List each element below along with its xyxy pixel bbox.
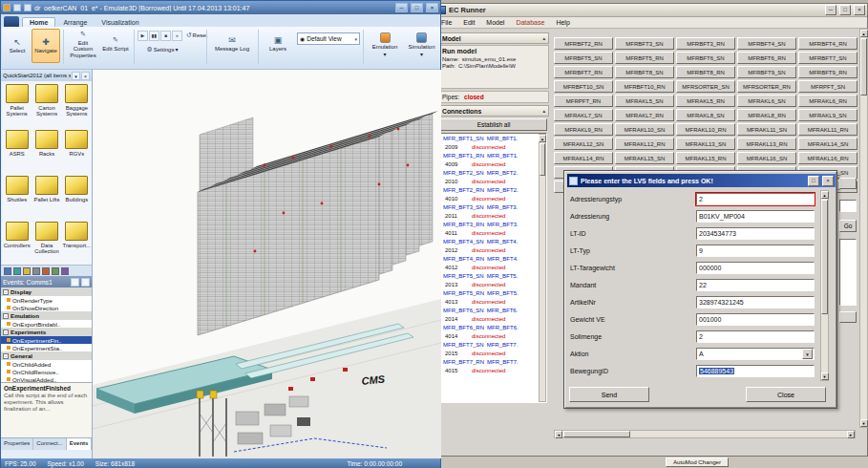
message-log-button[interactable]: ✉ Message Log: [210, 29, 254, 59]
main-horizontal-scrollbar[interactable]: ◄ ►: [554, 430, 856, 438]
catalog-item[interactable]: Transport...: [62, 219, 92, 265]
simulation-dropdown[interactable]: Simulation ▾: [404, 29, 439, 61]
plc-button-mfrbft7_rn[interactable]: MFRBFT7_RN: [554, 66, 613, 78]
connection-name[interactable]: MFR_BFT1_RNMFR_BFT1.: [443, 152, 539, 160]
select-tool-button[interactable]: ↖ Select: [5, 29, 30, 63]
3d-viewport[interactable]: CMS: [93, 70, 441, 458]
connection-name[interactable]: MFR_BFT3_SNMFR_BFT3.: [443, 203, 539, 212]
collapse-icon[interactable]: ▴: [542, 108, 545, 114]
close-button[interactable]: Close: [746, 387, 826, 402]
emulation-dropdown[interactable]: Emulation ▾: [367, 29, 403, 61]
plc-button-mfrakl12_sn[interactable]: MFRAKL12_SN: [554, 138, 613, 150]
event-item[interactable]: OnRenderType: [1, 296, 92, 304]
catalog-tab-icon[interactable]: [61, 267, 69, 275]
connection-name[interactable]: MFR_BFT7_SNMFR_BFT7.: [443, 341, 539, 350]
maximize-icon[interactable]: □: [808, 176, 819, 186]
plc-button-mfrakl10_rn[interactable]: MFRAKL10_RN: [676, 123, 735, 136]
connection-name[interactable]: MFR_BFT4_RNMFR_BFT4.: [443, 255, 539, 264]
connection-name[interactable]: MFR_BFT6_SNMFR_BFT6.: [443, 307, 539, 315]
field-input[interactable]: 000000: [696, 262, 815, 274]
connection-name[interactable]: MFR_BFT6_RNMFR_BFT6.: [443, 324, 539, 332]
plc-button-mfrakl11_sn[interactable]: MFRAKL11_SN: [737, 123, 796, 136]
events-group-experiments[interactable]: -Experiments: [1, 328, 92, 336]
send-button[interactable]: Send: [569, 387, 649, 402]
automod-changer-task[interactable]: AutoMod Changer: [666, 457, 729, 467]
connection-name[interactable]: MFR_BFT5_SNMFR_BFT5.: [443, 272, 539, 281]
close-icon[interactable]: ×: [822, 176, 834, 186]
settings-button[interactable]: ⚙ Settings ▾: [138, 44, 187, 55]
collapse-icon[interactable]: ▴: [542, 35, 545, 41]
close-icon[interactable]: ×: [854, 5, 865, 15]
scroll-up-icon[interactable]: ▲: [860, 30, 868, 37]
scroll-right-icon[interactable]: ►: [847, 431, 855, 438]
catalog-item[interactable]: Carton Systems: [32, 81, 61, 127]
dropdown-icon[interactable]: ▾: [71, 278, 79, 287]
ec-runner-titlebar[interactable]: EC Runner ─ □ ×: [435, 4, 867, 17]
field-input[interactable]: A▾: [696, 348, 815, 360]
scrollbar-thumb[interactable]: [540, 143, 545, 176]
connections-scrollbar[interactable]: ▲: [539, 134, 546, 402]
plc-button-mfrbft8_rn[interactable]: MFRBFT8_RN: [676, 66, 735, 78]
catalog-item[interactable]: Data Collection: [32, 219, 61, 265]
connection-name[interactable]: MFR_BFT2_SNMFR_BFT2.: [443, 169, 539, 178]
event-item[interactable]: OnExperimentSta..: [1, 344, 92, 351]
scrollbar-thumb[interactable]: [821, 200, 828, 314]
catalog-item[interactable]: RGVs: [62, 127, 92, 173]
catalog-tab-icon[interactable]: [4, 267, 11, 275]
plc-button-mfrakl6_rn[interactable]: MFRAKL6_RN: [798, 95, 857, 107]
plc-button-mfrbft9_rn[interactable]: MFRBFT9_RN: [798, 66, 857, 78]
event-item[interactable]: OnExperimentFin..: [1, 336, 92, 344]
plc-button-mfrakl5_rn[interactable]: MFRAKL5_RN: [676, 95, 735, 107]
save-icon[interactable]: [13, 4, 21, 11]
connection-name[interactable]: MFR_BFT2_RNMFR_BFT2.: [443, 186, 539, 195]
scrollbar-thumb[interactable]: [563, 431, 630, 437]
field-input[interactable]: 001000: [696, 313, 815, 326]
plc-button-mfrbft10_sn[interactable]: MFRBFT10_SN: [554, 80, 613, 93]
plc-button-mfrakl14_sn[interactable]: MFRAKL14_SN: [798, 138, 857, 150]
navigate-tool-button[interactable]: ✚ Navigate: [32, 29, 60, 63]
plc-button-mfrakl16_sn[interactable]: MFRAKL16_SN: [737, 152, 796, 164]
field-input[interactable]: 22: [696, 279, 815, 291]
event-item[interactable]: OnVisualAdded..: [1, 375, 92, 382]
field-input[interactable]: 2: [696, 330, 815, 343]
model-section-header[interactable]: Model ▴: [438, 32, 549, 44]
plc-button-mfrbft5_sn[interactable]: MFRBFT5_SN: [554, 52, 613, 64]
plc-button-mfrakl6_sn[interactable]: MFRAKL6_SN: [737, 95, 796, 107]
plc-button-mfrakl5_sn[interactable]: MFRAKL5_SN: [615, 95, 674, 107]
ribbon-tab-visualization[interactable]: Visualization: [95, 18, 145, 27]
plc-button-mfrakl9_sn[interactable]: MFRAKL9_SN: [798, 109, 857, 121]
events-panel-header[interactable]: Events: Comms1 ▾ ×: [1, 276, 92, 287]
events-group-display[interactable]: -Display: [1, 287, 92, 296]
catalog-item[interactable]: Shuttles: [2, 173, 32, 219]
plc-button-mfrakl9_rn[interactable]: MFRAKL9_RN: [554, 123, 613, 136]
plc-button-mfrakl11_rn[interactable]: MFRAKL11_RN: [798, 123, 857, 136]
maximize-icon[interactable]: □: [411, 3, 423, 12]
edit-custom-properties-button[interactable]: ✎ Edit Custom Properties: [67, 30, 99, 58]
emulate3d-titlebar[interactable]: dr_oetkerCAN_01_e* - Emulate3D [Borrowed…: [1, 1, 440, 14]
hidden-panel-button[interactable]: [839, 311, 857, 323]
panel-tab-events[interactable]: Events: [67, 438, 93, 450]
plc-button-mfrakl15_sn[interactable]: MFRAKL15_SN: [615, 152, 674, 164]
plc-button-mfrbft8_sn[interactable]: MFRBFT8_SN: [615, 66, 674, 78]
plc-button-mfrakl16_rn[interactable]: MFRAKL16_RN: [798, 152, 857, 164]
menu-edit[interactable]: Edit: [457, 18, 480, 27]
dropdown-icon[interactable]: ▾: [72, 72, 80, 80]
scrollbar-thumb[interactable]: [860, 38, 867, 96]
catalog-tab-icon[interactable]: [23, 267, 31, 275]
catalog-tab-icon[interactable]: [42, 267, 50, 275]
connections-list[interactable]: MFR_BFT1_SNMFR_BFT1.2009disconnectedMFR_…: [440, 133, 547, 403]
plc-button-mfrakl12_rn[interactable]: MFRAKL12_RN: [615, 138, 674, 150]
scroll-up-icon[interactable]: ▲: [821, 191, 829, 199]
scroll-down-icon[interactable]: ▼: [860, 419, 868, 427]
event-item[interactable]: OnChildAdded: [1, 360, 92, 368]
plc-button-mfrbft7_sn[interactable]: MFRBFT7_SN: [798, 52, 857, 64]
main-vertical-scrollbar[interactable]: ▲ ▼: [859, 29, 868, 428]
catalog-item[interactable]: Pallet Systems: [2, 81, 32, 127]
event-item[interactable]: OnShowDirection: [1, 304, 92, 311]
run-model-button[interactable]: Run model: [442, 48, 545, 54]
catalog-tab-icon[interactable]: [13, 267, 21, 275]
minimize-icon[interactable]: ─: [825, 5, 836, 15]
plc-button-mfrakl14_rn[interactable]: MFRAKL14_RN: [554, 152, 613, 164]
plc-button-mfrbft6_sn[interactable]: MFRBFT6_SN: [676, 52, 735, 64]
field-input[interactable]: B01KV_MP004: [696, 210, 815, 223]
